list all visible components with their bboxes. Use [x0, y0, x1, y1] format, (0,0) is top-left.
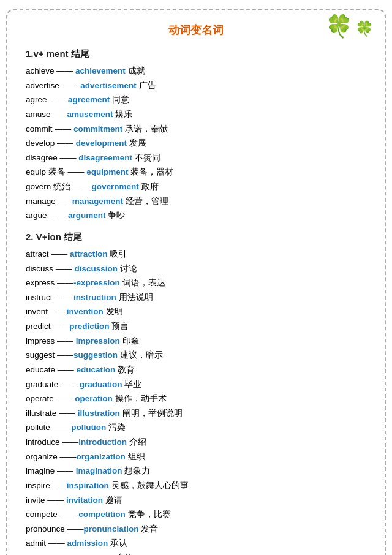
- word-line: develop —— development 发展: [26, 136, 366, 151]
- verb: admit: [26, 538, 46, 548]
- verb: discuss: [26, 264, 53, 273]
- dash: ——: [51, 322, 70, 331]
- verb: pollute: [26, 423, 50, 432]
- dash: ——: [50, 481, 67, 490]
- noun: development: [74, 138, 127, 148]
- dash: ——: [46, 538, 65, 548]
- verb: govern 统治: [26, 182, 70, 191]
- meaning: 吸引: [108, 249, 127, 259]
- verb: amuse: [26, 110, 51, 119]
- verb: compete: [26, 510, 58, 519]
- noun: inspiration: [67, 481, 109, 490]
- word-line: invent—— invention 发明: [26, 304, 366, 319]
- noun: agreement: [66, 95, 110, 104]
- meaning: 争吵: [106, 211, 126, 220]
- verb: invent: [26, 307, 48, 316]
- noun: achievement: [73, 66, 126, 75]
- word-line: imagine —— imagination 想象力: [26, 464, 366, 478]
- word-line: operate —— operation 操作，动手术: [26, 391, 366, 406]
- dash: ——: [47, 211, 66, 220]
- word-line: amuse——amusement 娱乐: [26, 107, 366, 122]
- word-line: equip 装备 —— equipment 装备，器材: [26, 165, 366, 179]
- noun: pronunciation: [84, 524, 139, 534]
- dash: ——: [54, 394, 73, 403]
- meaning: 政府: [139, 182, 159, 191]
- noun: disagreement: [77, 153, 133, 162]
- noun: impression: [74, 336, 120, 345]
- dash: ——: [53, 264, 72, 273]
- noun: invitation: [64, 496, 103, 505]
- noun: introduction: [78, 437, 127, 447]
- dash: ——: [48, 307, 64, 316]
- meaning: 介绍: [127, 437, 146, 447]
- noun: pollution: [69, 423, 107, 432]
- verb: advertise: [26, 81, 59, 90]
- meaning: 经营，管理: [123, 197, 168, 206]
- noun: invention: [64, 307, 104, 316]
- dash: ——: [70, 182, 89, 191]
- verb: graduate: [26, 380, 58, 389]
- verb: agree: [26, 95, 47, 104]
- dash: ——: [55, 365, 74, 374]
- noun: discussion: [72, 264, 118, 273]
- verb: argue: [26, 211, 47, 220]
- noun: commitment: [71, 124, 123, 134]
- verb: operate: [26, 394, 54, 403]
- word-line: manage——management 经营，管理: [26, 194, 366, 209]
- dash: ——: [60, 437, 79, 447]
- meaning: 印象: [120, 336, 140, 345]
- word-line: admit —— admission 承认: [26, 536, 366, 551]
- dash: ——: [55, 66, 74, 75]
- content-area: 动词变名词 1.v+ ment 结尾achieve —— achievement…: [26, 23, 366, 555]
- noun: instruction: [71, 293, 116, 302]
- verb: commit: [26, 124, 53, 134]
- noun: prediction: [69, 322, 109, 331]
- dash: ——: [53, 293, 72, 302]
- noun: attraction: [67, 249, 107, 259]
- verb: instruct: [26, 293, 53, 302]
- verb: educate: [26, 365, 55, 374]
- word-line: permit —— permission 允许: [26, 551, 366, 555]
- noun: imagination: [74, 466, 123, 475]
- meaning: 邀请: [103, 496, 123, 505]
- dash: ——: [56, 197, 72, 206]
- meaning: 教育: [115, 365, 135, 374]
- dash: ——: [56, 409, 75, 418]
- meaning: 污染: [106, 423, 126, 432]
- dash: ——: [50, 423, 69, 432]
- meaning: 阐明，举例说明: [120, 409, 183, 418]
- word-line: commit —— commitment 承诺，奉献: [26, 122, 366, 137]
- noun: graduation: [77, 380, 123, 389]
- main-page: 🍀🍀 动词变名词 1.v+ ment 结尾achieve —— achievem…: [6, 9, 386, 555]
- word-line: govern 统治 —— government 政府: [26, 179, 366, 194]
- meaning: 承诺，奉献: [123, 124, 168, 134]
- word-line: invite —— invitation 邀请: [26, 493, 366, 508]
- meaning: 承认: [108, 538, 127, 548]
- meaning: 发明: [104, 307, 123, 316]
- meaning: 同意: [110, 95, 129, 104]
- word-line: predict ——prediction 预言: [26, 319, 366, 334]
- dash: ——: [51, 110, 67, 119]
- section-header-section2: 2. V+ion 结尾: [26, 232, 366, 243]
- word-line: illustrate —— illustration 阐明，举例说明: [26, 406, 366, 421]
- verb: attract: [26, 249, 49, 259]
- word-line: instruct —— instruction 用法说明: [26, 290, 366, 305]
- dash: ——: [58, 380, 77, 389]
- noun: -expression: [74, 278, 120, 287]
- verb: impress: [26, 336, 55, 345]
- noun: admission: [65, 538, 108, 548]
- word-line: pollute —— pollution 污染: [26, 420, 366, 435]
- noun: management: [72, 197, 123, 206]
- dash: ——: [55, 466, 74, 475]
- dash: ——: [53, 124, 72, 134]
- word-line: graduate —— graduation 毕业: [26, 377, 366, 392]
- word-line: organize ——organization 组织: [26, 450, 366, 464]
- meaning: 毕业: [123, 380, 142, 389]
- meaning: 娱乐: [113, 110, 133, 119]
- meaning: 预言: [110, 322, 129, 331]
- verb: achieve: [26, 66, 55, 75]
- section-header-section1: 1.v+ ment 结尾: [26, 48, 366, 60]
- meaning: 不赞同: [132, 153, 160, 162]
- noun: suggestion: [74, 350, 118, 360]
- dash: ——: [47, 95, 66, 104]
